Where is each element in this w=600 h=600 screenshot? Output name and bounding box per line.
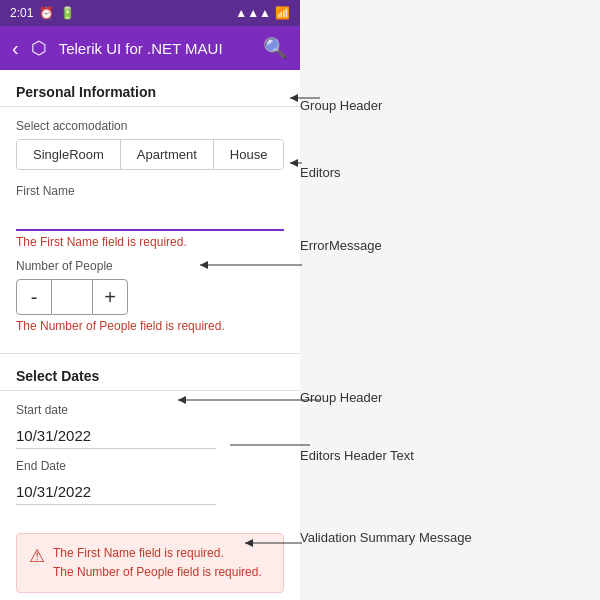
annotation-editors: Editors	[300, 165, 340, 180]
search-icon[interactable]: 🔍	[263, 36, 288, 60]
personal-info-section: Select accomodation SingleRoom Apartment…	[0, 109, 300, 353]
first-name-input[interactable]	[16, 204, 284, 231]
end-date-group: End Date 10/31/2022	[16, 459, 284, 505]
accomodation-label: Select accomodation	[16, 119, 284, 133]
validation-messages: The First Name field is required. The Nu…	[53, 544, 262, 582]
number-of-people-label: Number of People	[16, 259, 284, 273]
form-content: Personal Information Select accomodation…	[0, 70, 300, 600]
annotation-group-header-1: Group Header	[300, 98, 382, 113]
accomodation-segment[interactable]: SingleRoom Apartment House	[16, 139, 284, 170]
validation-summary: ⚠ The First Name field is required. The …	[16, 533, 284, 593]
people-stepper: - +	[16, 279, 128, 315]
alarm-icon: ⏰	[39, 6, 54, 20]
end-date-label: End Date	[16, 459, 284, 473]
end-date-value[interactable]: 10/31/2022	[16, 479, 216, 505]
top-bar: ‹ ⬡ Telerik UI for .NET MAUI 🔍	[0, 26, 300, 70]
validation-message-2: The Number of People field is required.	[53, 563, 262, 582]
back-button[interactable]: ‹	[12, 37, 19, 60]
stepper-minus-button[interactable]: -	[16, 279, 52, 315]
first-name-label: First Name	[16, 184, 284, 198]
telerik-logo-icon: ⬡	[31, 37, 47, 59]
validation-error-icon: ⚠	[29, 545, 45, 567]
start-date-group: Start date 10/31/2022	[16, 403, 284, 449]
top-bar-title: Telerik UI for .NET MAUI	[59, 40, 251, 57]
status-left: 2:01 ⏰ 🔋	[10, 6, 75, 20]
number-of-people-error: The Number of People field is required.	[16, 319, 284, 333]
battery-icon: 🔋	[60, 6, 75, 20]
number-of-people-group: Number of People - +	[16, 259, 284, 315]
wifi-icon: ▲▲▲	[235, 6, 271, 20]
start-date-value[interactable]: 10/31/2022	[16, 423, 216, 449]
status-right: ▲▲▲ 📶	[235, 6, 290, 20]
annotation-error-message: ErrorMessage	[300, 238, 382, 253]
validation-message-1: The First Name field is required.	[53, 544, 262, 563]
annotation-editors-header-text: Editors Header Text	[300, 448, 414, 463]
start-date-label: Start date	[16, 403, 284, 417]
annotation-validation-summary: Validation Summary Message	[300, 530, 472, 545]
group-header-dates: Select Dates	[0, 354, 300, 391]
status-bar: 2:01 ⏰ 🔋 ▲▲▲ 📶	[0, 0, 300, 26]
segment-singleroom[interactable]: SingleRoom	[17, 140, 121, 169]
annotation-group-header-2: Group Header	[300, 390, 382, 405]
segment-house[interactable]: House	[214, 140, 284, 169]
signal-icon: 📶	[275, 6, 290, 20]
first-name-group: First Name	[16, 184, 284, 231]
stepper-plus-button[interactable]: +	[92, 279, 128, 315]
group-header-personal: Personal Information	[0, 70, 300, 107]
status-time: 2:01	[10, 6, 33, 20]
dates-section: Start date 10/31/2022 End Date 10/31/202…	[0, 393, 300, 525]
first-name-error: The First Name field is required.	[16, 235, 284, 249]
stepper-value	[52, 279, 92, 315]
segment-apartment[interactable]: Apartment	[121, 140, 214, 169]
